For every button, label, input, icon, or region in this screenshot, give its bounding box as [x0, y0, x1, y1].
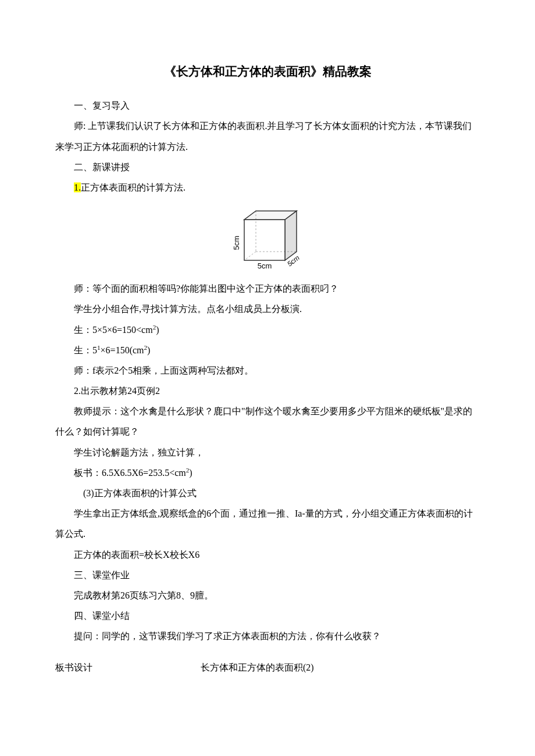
cube-label-vert: 5cm	[232, 236, 241, 250]
student-box-observe: 学生拿出正方体纸盒,观察纸盒的6个面，通过推一推、Ia-量的方式，分小组交通正方…	[55, 503, 480, 544]
board-a: 板书：6.5X6.5X6=253.5<cm	[74, 468, 186, 478]
calc2-c: )	[147, 345, 150, 355]
student-calc-1: 生：5×5×6=150<cm2)	[55, 320, 480, 340]
section-2-item-2: 2.出示教材第24页例2	[55, 381, 480, 401]
board-b: )	[189, 468, 192, 478]
calc2-b: ×6=150(cm	[101, 345, 144, 355]
formula: 正方体的表面积=校长X校长X6	[55, 544, 480, 565]
item3-text: (3)正方体表面枳的计算公式	[83, 488, 197, 498]
board-design-label: 板书设计	[55, 657, 131, 678]
cube-figure: 5cm 5cm 5cm	[55, 202, 480, 274]
board-design-title: 长方体和正方体的表面积(2)	[131, 657, 314, 678]
cube-icon: 5cm 5cm 5cm	[224, 202, 311, 272]
section-2-item-3: (3)正方体表面枳的计算公式	[55, 483, 480, 503]
calc1-a: 生：5×5×6=150<cm	[74, 325, 153, 335]
svg-rect-2	[244, 220, 285, 260]
calc1-b: )	[156, 325, 159, 335]
section-1-heading: 一、复习导入	[55, 95, 480, 116]
board-calc: 板书：6.5X6.5X6=253.5<cm2)	[55, 463, 480, 483]
teacher-note: 师：f表示2个5相乘，上面这两种写法都对。	[55, 360, 480, 381]
teacher-question: 师：等个面的面积相等吗?你能算出图中这个正方体的表面积叼？	[55, 278, 480, 299]
teacher-hint: 教师提示：这个水禽是什么形状？鹿口中"制作这个暖水禽至少要用多少平方阻米的硬纸板…	[55, 401, 480, 442]
document-title: 《长方体和正方体的表面积》精品教案	[55, 58, 480, 85]
student-discuss: 学生讨论解题方法，独立计算，	[55, 442, 480, 463]
student-calc-2: 生：51×6=150(cm2)	[55, 340, 480, 360]
cube-label-bottom: 5cm	[258, 261, 272, 270]
section-3-paragraph: 完成教材第26页练习六第8、9膻。	[55, 585, 480, 605]
section-4-heading: 四、课堂小结	[55, 605, 480, 626]
section-4-paragraph: 提问：同学的，这节课我们学习了求正方体表面枳的方法，你有什么收获？	[55, 626, 480, 646]
section-2-heading: 二、新课讲授	[55, 157, 480, 177]
group-work: 学生分小组合作,寻找计算方法。点名小组成员上分板演.	[55, 299, 480, 319]
highlight-prefix: 1.	[74, 182, 81, 192]
svg-marker-1	[285, 211, 297, 260]
section-1-paragraph: 师: 上节课我们认识了长方体和正方体的表面积.并且学习了长方体女面积的计究方法，…	[55, 116, 480, 156]
board-design-row: 板书设计 长方体和正方体的表面积(2)	[55, 657, 480, 678]
item1-text: 正方体表面积的计算方法.	[81, 182, 186, 192]
calc2-a: 生：5	[74, 345, 97, 355]
section-3-heading: 三、课堂作业	[55, 565, 480, 585]
document-page: 《长方体和正方体的表面积》精品教案 一、复习导入 师: 上节课我们认识了长方体和…	[0, 0, 535, 756]
section-2-item-1: 1.正方体表面积的计算方法.	[55, 177, 480, 198]
